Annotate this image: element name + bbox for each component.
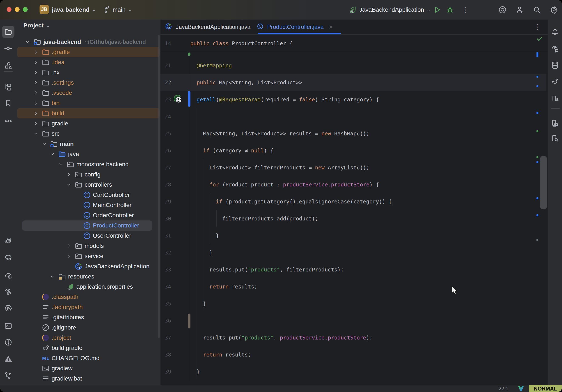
database-icon[interactable] <box>548 59 562 71</box>
structure-icon[interactable] <box>0 81 17 93</box>
terminal-icon[interactable] <box>0 320 17 332</box>
editor-scrollbar[interactable] <box>540 156 547 209</box>
stripe-mark[interactable] <box>537 85 539 87</box>
chevron-right-icon[interactable] <box>33 98 39 108</box>
close-window-button[interactable] <box>7 7 12 12</box>
vcs-whitespace-marker[interactable] <box>188 314 190 328</box>
tree-item-gradle[interactable]: gradle <box>17 119 161 129</box>
tree-item-java[interactable]: java <box>17 149 161 159</box>
bell-icon[interactable] <box>548 26 562 38</box>
gradle-icon[interactable] <box>548 75 562 87</box>
copilot-icon[interactable] <box>0 252 17 264</box>
chevron-down-icon[interactable] <box>41 139 47 149</box>
more-kebab-icon[interactable]: ⋮ <box>462 0 469 20</box>
tree-item--gradle[interactable]: .gradle <box>17 47 161 57</box>
tree-item-changelog-md[interactable]: MCHANGELOG.md <box>17 353 161 363</box>
stripe-mark[interactable] <box>537 197 539 199</box>
code-line-35[interactable]: } <box>190 295 206 312</box>
tree-item-application-properties[interactable]: application.properties <box>17 282 161 292</box>
add-user-icon[interactable] <box>516 0 524 20</box>
tree-item--classpath[interactable]: .classpath <box>17 292 161 302</box>
line-number[interactable]: 23 <box>161 91 171 108</box>
project-switcher[interactable]: java-backend ⌄ <box>52 0 96 20</box>
project-folder-icon[interactable] <box>0 26 17 38</box>
tree-item-config[interactable]: config <box>17 169 161 180</box>
tab-javabackendapplication[interactable]: JavaBackendApplication.java <box>165 20 250 35</box>
vcs-modified-marker[interactable] <box>188 91 190 107</box>
line-number[interactable]: 22 <box>161 74 171 91</box>
tree-item-java-backend[interactable]: java-backend~/Github/java-backend <box>17 37 161 47</box>
chevron-down-icon[interactable] <box>33 129 39 139</box>
tree-item-gradlew[interactable]: gradlew <box>17 363 161 373</box>
run-configuration-selector[interactable]: JavaBackendApplication ⌄ <box>359 0 431 20</box>
tree-item-build-gradle[interactable]: build.gradle <box>17 343 161 353</box>
tree-item-controllers[interactable]: controllers <box>17 180 161 190</box>
chevron-down-icon[interactable] <box>49 272 56 282</box>
line-number[interactable]: 24 <box>161 108 171 125</box>
chevron-down-icon[interactable] <box>24 37 31 47</box>
line-number[interactable]: 21 <box>161 57 171 74</box>
search-icon[interactable] <box>533 0 541 20</box>
tree-item-gradlew-bat[interactable]: gradlew.bat <box>17 373 161 384</box>
bookmarks-icon[interactable] <box>0 97 17 109</box>
tab-options-kebab-icon[interactable]: ⋮ <box>534 23 541 31</box>
chevron-right-icon[interactable] <box>33 47 39 57</box>
code-line-39[interactable]: } <box>190 363 200 380</box>
tree-item-usercontroller[interactable]: CUserController <box>17 231 161 241</box>
caret-position-widget[interactable]: 22:1 <box>498 385 508 392</box>
tree-item--factorypath[interactable]: .factorypath <box>17 302 161 312</box>
line-number[interactable]: 35 <box>161 295 171 312</box>
line-number[interactable]: 31 <box>161 227 171 244</box>
chevron-right-icon[interactable] <box>66 251 72 261</box>
build-hammer-icon[interactable] <box>0 286 17 298</box>
chevron-right-icon[interactable] <box>33 108 39 119</box>
tree-item--gitignore[interactable]: .gitignore <box>17 322 161 333</box>
run-icon[interactable] <box>433 0 441 20</box>
chevron-down-icon[interactable] <box>66 180 72 190</box>
code-line-33[interactable]: results.put("products", filteredProducts… <box>190 261 344 278</box>
zoom-window-button[interactable] <box>23 7 28 12</box>
project-panel-header[interactable]: Project ⌄ <box>23 21 50 30</box>
code-line-27[interactable]: List<Product> filteredProducts = new Arr… <box>190 159 369 176</box>
profiler-icon[interactable] <box>0 270 17 282</box>
vcs-added-marker[interactable] <box>188 52 190 56</box>
line-number[interactable]: 30 <box>161 210 171 227</box>
code-line-31[interactable]: } <box>190 227 219 244</box>
code-line-29[interactable]: if (product.getCategory().equalsIgnoreCa… <box>190 193 392 210</box>
problems-icon[interactable] <box>0 336 17 348</box>
stripe-mark[interactable] <box>537 76 539 78</box>
more-icon[interactable] <box>0 115 17 127</box>
shapes-icon[interactable] <box>0 59 17 71</box>
endpoint-globe-icon[interactable] <box>173 94 183 105</box>
stripe-mark[interactable] <box>537 239 539 241</box>
running-devices-icon[interactable] <box>548 117 562 129</box>
tree-item-build[interactable]: build <box>17 108 161 119</box>
tree-item-cartcontroller[interactable]: CCartController <box>17 190 161 200</box>
code-line-32[interactable]: } <box>190 244 212 261</box>
chevron-right-icon[interactable] <box>33 57 39 67</box>
code-line-22[interactable]: public Map<String, List<Product>> <box>190 74 302 91</box>
tree-item-src[interactable]: src <box>17 129 161 139</box>
tree-item-resources[interactable]: resources <box>17 272 161 282</box>
project-tree-scrollbar[interactable] <box>158 35 160 338</box>
vim-mode-badge[interactable]: NORMAL <box>529 385 562 392</box>
line-number[interactable]: 14 <box>161 35 171 52</box>
line-number[interactable]: 27 <box>161 159 171 176</box>
line-number[interactable]: 28 <box>161 176 171 193</box>
tree-item-ordercontroller[interactable]: COrderController <box>17 210 161 220</box>
device-explorer-icon[interactable] <box>548 132 562 144</box>
chevron-right-icon[interactable] <box>66 241 72 251</box>
device-manager-icon[interactable] <box>548 93 562 105</box>
project-avatar[interactable]: JB <box>40 5 49 14</box>
tree-item--idea[interactable]: .idea <box>17 57 161 67</box>
ideavim-icon[interactable] <box>518 386 524 392</box>
tree-item-productcontroller[interactable]: CProductController <box>17 220 161 231</box>
line-number[interactable]: 32 <box>161 244 171 261</box>
code-line-14[interactable]: public class ProductController { <box>190 35 293 52</box>
code-line-28[interactable]: for (Product product : productService.pr… <box>190 176 379 193</box>
tree-item--gitattributes[interactable]: .gitattributes <box>17 312 161 322</box>
stripe-mark[interactable] <box>537 214 539 216</box>
code-line-25[interactable]: Map<String, List<Product>> results = new… <box>190 125 369 142</box>
code-line-23[interactable]: getAll(@RequestParam(required = false) S… <box>190 91 379 108</box>
tree-item--settings[interactable]: .settings <box>17 78 161 88</box>
